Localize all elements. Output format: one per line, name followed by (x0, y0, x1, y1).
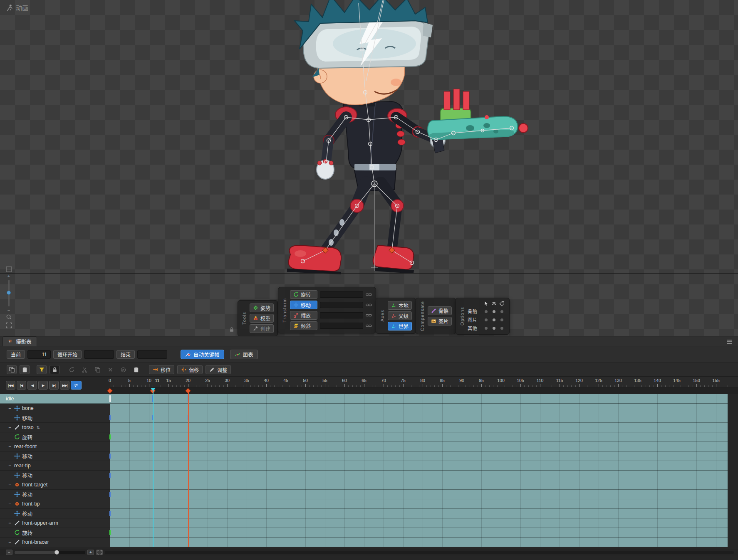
track-row-bone[interactable]: −bone (0, 404, 738, 413)
track-row-旋转[interactable]: 旋转 (0, 432, 738, 442)
track-row-移动[interactable]: 移动 (0, 413, 738, 423)
visibility-dot[interactable] (485, 318, 488, 321)
next-key-button[interactable]: ▶| (49, 381, 59, 390)
visibility-column-icon[interactable] (491, 301, 497, 306)
end-label[interactable]: 结束 (116, 350, 135, 359)
playhead-line[interactable] (153, 388, 154, 547)
autokey-button[interactable]: 自动关键帧 (181, 350, 224, 359)
collapse-toggle[interactable]: − (7, 482, 12, 488)
keyframe[interactable] (109, 473, 111, 478)
viewport-zoom-slider[interactable] (8, 280, 10, 306)
cut-icon[interactable] (79, 365, 89, 374)
timeline-zoom-out-button[interactable]: − (6, 550, 12, 555)
go-to-end-button[interactable]: ▶▶| (60, 381, 69, 390)
panel-menu-icon[interactable] (726, 338, 733, 345)
track-row-移动[interactable]: 移动 (0, 509, 738, 518)
axes-world-button[interactable]: 世界 (388, 322, 412, 331)
track-row-rear-foont[interactable]: −rear-foont (0, 442, 738, 451)
keyframe[interactable] (109, 415, 111, 420)
timeline-zoom-thumb[interactable] (54, 550, 59, 555)
current-frame-field[interactable]: 11 (27, 350, 51, 359)
select-column-icon[interactable] (483, 301, 489, 306)
track-frames[interactable] (110, 404, 728, 413)
viewport[interactable]: 动画 (0, 0, 738, 336)
timeline-zoom-in-button[interactable]: + (87, 550, 94, 555)
play-button[interactable]: ▶ (38, 381, 48, 390)
zoom-slider-thumb[interactable] (7, 291, 11, 295)
collapse-toggle[interactable]: − (7, 501, 12, 507)
track-row-front-bracer[interactable]: −front-bracer (0, 538, 738, 547)
track-row-front-tip[interactable]: −front-tip (0, 499, 738, 509)
loop-button[interactable] (71, 381, 82, 390)
character[interactable] (237, 0, 528, 274)
track-frames[interactable] (110, 423, 728, 432)
track-frames[interactable] (110, 499, 728, 509)
label-column-icon[interactable] (499, 301, 505, 306)
loop-start-field[interactable] (84, 350, 114, 359)
scale-link-icon[interactable] (366, 312, 372, 318)
offset-button[interactable]: 偏移 (177, 365, 203, 374)
scale-tool-button[interactable]: 缩放 (290, 311, 317, 320)
collapse-toggle[interactable]: − (7, 539, 12, 545)
track-row-front-target[interactable]: −front-target (0, 480, 738, 490)
refresh-icon[interactable] (67, 365, 77, 374)
translate-tool-button[interactable]: 移动 (290, 301, 317, 309)
visibility-dot[interactable] (500, 318, 503, 321)
viewport-zoom-out[interactable]: − (7, 308, 10, 312)
collapse-toggle[interactable]: − (7, 405, 12, 411)
translate-value-slider[interactable] (320, 302, 363, 308)
track-frames[interactable] (110, 413, 728, 423)
fit-view-icon[interactable] (6, 322, 12, 328)
scale-value-slider[interactable] (320, 312, 363, 318)
track-row-idle[interactable]: idle (0, 394, 738, 404)
rotate-link-icon[interactable] (366, 291, 372, 298)
current-frame-label[interactable]: 当前 (7, 350, 25, 359)
lock-icon[interactable] (229, 327, 235, 333)
shear-link-icon[interactable] (366, 323, 372, 329)
pose-button[interactable]: 姿势 (250, 303, 274, 312)
compensate-bones-button[interactable]: 骨骼 (428, 306, 452, 315)
adjust-button[interactable]: 调整 (206, 365, 231, 374)
track-frames[interactable] (110, 471, 728, 480)
clear-icon[interactable] (118, 365, 128, 374)
collapse-toggle[interactable]: − (7, 444, 12, 449)
collapse-toggle[interactable]: − (7, 424, 12, 430)
track-row-移动[interactable]: 移动 (0, 471, 738, 480)
track-row-rear-tip[interactable]: −rear-tip (0, 461, 738, 471)
duplicate-icon[interactable] (20, 365, 30, 374)
keyframe[interactable] (109, 530, 111, 535)
axes-parent-button[interactable]: 父级 (388, 311, 412, 320)
rotate-tool-button[interactable]: 旋转 (290, 290, 317, 299)
dopesheet-tab[interactable]: 摄影表 (2, 336, 37, 346)
delete-icon[interactable] (105, 365, 115, 374)
new-keys-icon[interactable] (7, 365, 17, 374)
viewport-zoom-in[interactable]: + (7, 274, 10, 278)
shear-value-slider[interactable] (320, 323, 363, 329)
track-frames[interactable] (110, 451, 728, 461)
track-frames[interactable] (110, 490, 728, 499)
collapse-toggle[interactable]: − (7, 463, 12, 469)
shear-tool-button[interactable]: 倾斜 (290, 321, 317, 330)
visibility-dot[interactable] (500, 327, 503, 330)
translate-link-icon[interactable] (366, 302, 372, 308)
sort-icon[interactable]: ⇅ (37, 425, 40, 430)
keyframe[interactable] (109, 395, 111, 402)
collapse-toggle[interactable]: − (7, 520, 12, 526)
paste-icon[interactable] (131, 365, 141, 374)
fit-timeline-button[interactable] (96, 550, 103, 555)
track-frames[interactable] (110, 442, 728, 451)
loop-start-label[interactable]: 循环开始 (53, 350, 82, 359)
rotate-value-slider[interactable] (320, 291, 363, 298)
prev-key-button[interactable]: |◀ (17, 381, 26, 390)
horizontal-scrollbar[interactable] (105, 551, 734, 554)
track-row-移动[interactable]: 移动 (0, 451, 738, 461)
keyframe[interactable] (109, 434, 111, 439)
visibility-dot[interactable] (485, 310, 488, 313)
visibility-dot[interactable] (500, 310, 503, 313)
axes-local-button[interactable]: 本地 (388, 301, 412, 310)
track-frames[interactable] (110, 461, 728, 471)
filter-icon[interactable] (37, 365, 47, 374)
play-backward-button[interactable]: ◀ (27, 381, 37, 390)
keyframe[interactable] (109, 492, 111, 497)
visibility-dot[interactable] (493, 327, 495, 330)
